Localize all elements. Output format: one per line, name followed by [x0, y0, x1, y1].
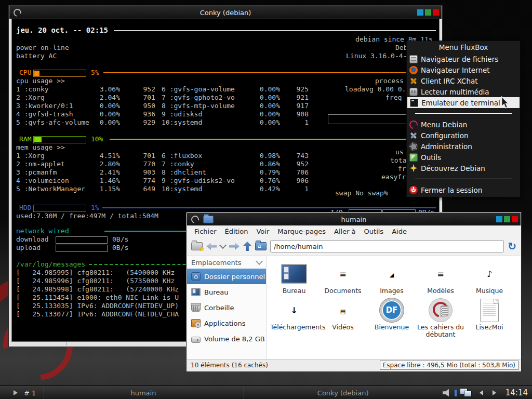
back-button[interactable]	[206, 243, 217, 250]
file-item[interactable]: Documents	[318, 260, 367, 295]
hdd-percent: 1%	[91, 204, 99, 212]
process-pid: 770	[120, 160, 155, 168]
close-button[interactable]	[433, 9, 439, 16]
process-mem-pct: 1.15%	[94, 185, 120, 193]
menubar-item[interactable]: Fichier	[190, 228, 221, 235]
media-player-icon	[409, 88, 418, 96]
sidebar-item[interactable]: Corbeille	[187, 300, 266, 315]
address-bar[interactable]	[270, 240, 504, 252]
workspace-prev-arrow-icon[interactable]	[480, 390, 483, 395]
task-button[interactable]: humain	[43, 386, 243, 399]
file-item[interactable]: DF Bienvenue	[367, 297, 416, 338]
process-name: 2 :nm-applet	[16, 160, 94, 168]
menu-item[interactable]: Navigateur Internet	[407, 64, 520, 75]
process-cpu-pct: 3.06%	[94, 85, 120, 94]
folder-documents-icon	[339, 269, 346, 279]
log-line: [ 24.985996] cfg80211: (5735000 KHz	[16, 277, 179, 285]
process-mem-pct: 2.80%	[94, 160, 120, 168]
menubar-item[interactable]: Aller à	[330, 228, 360, 235]
file-manager-icon	[409, 55, 418, 63]
cpu-bar-fill	[34, 71, 39, 76]
file-item[interactable]: Modèles	[416, 260, 465, 295]
menu-item[interactable]: Administration	[407, 141, 520, 152]
new-tab-button[interactable]: ★	[191, 242, 203, 250]
file-item[interactable]: Images	[367, 260, 416, 295]
file-item[interactable]: Vidéos	[318, 297, 367, 338]
fluxbox-menu: Menu FluxBox Navigateur de fichiers Navi…	[406, 41, 521, 197]
menu-item-label: Client IRC XChat	[421, 77, 478, 85]
process-mem-pct: 0.86%	[245, 160, 280, 168]
menubar-item[interactable]: Marque-pages	[273, 228, 330, 235]
home-button[interactable]: ⌂	[255, 242, 267, 250]
menu-item[interactable]: Navigateur de fichiers	[407, 54, 520, 64]
maximize-button[interactable]	[504, 216, 510, 222]
process-pid: 701	[120, 152, 155, 160]
menu-item[interactable]: Fermer la session	[407, 184, 520, 195]
sidebar-header[interactable]: Emplacements	[187, 256, 266, 269]
menu-item[interactable]: Découvrez Debian	[407, 163, 520, 174]
process-pid: 921	[280, 94, 309, 102]
forward-button[interactable]	[229, 243, 240, 250]
maximize-button[interactable]	[425, 9, 431, 16]
menubar-item[interactable]: Voir	[252, 228, 273, 235]
minimize-button[interactable]	[417, 9, 423, 16]
process-name: 1 :conky	[16, 85, 94, 94]
sidebar-item[interactable]: Bureau	[187, 284, 266, 300]
workspace-label[interactable]: # 1	[24, 389, 36, 397]
ram-side-easyfree: easyfr	[381, 173, 406, 181]
sidebar-item[interactable]: Volume de 8,2 GB	[187, 331, 266, 347]
process-cpu-pct: 0.00%	[245, 102, 280, 110]
file-item[interactable]: Les cahiers du débutant	[416, 297, 465, 338]
cpu-label: CPU	[19, 69, 31, 77]
history-chevron-icon[interactable]	[219, 242, 227, 249]
file-item[interactable]: Musique	[465, 260, 514, 295]
menubar-item[interactable]: Aide	[388, 228, 411, 235]
process-pid: 903	[120, 168, 155, 177]
menubar-item[interactable]: Édition	[221, 228, 252, 235]
process-pid: 925	[280, 85, 309, 94]
close-button[interactable]	[512, 216, 518, 222]
volume-icon[interactable]	[443, 389, 451, 397]
menu-item-label: Administration	[421, 142, 472, 151]
menubar-item[interactable]: Outils	[360, 228, 388, 235]
sidebar-item-label: Dossier personnel	[204, 273, 265, 281]
folder-videos-icon	[340, 305, 345, 315]
menu-item[interactable]: Configuration	[407, 130, 520, 141]
refresh-button[interactable]: ↻	[508, 241, 516, 251]
sidebar-item[interactable]: Dossier personnel	[187, 269, 266, 284]
menu-item[interactable]: Menu Debian	[407, 119, 520, 130]
file-item[interactable]: Bureau	[270, 260, 318, 295]
log-lines: [ 24.985995] cfg80211: (5490000 KHz[ 24.…	[16, 269, 179, 318]
menu-item[interactable]: Lecteur multimédia	[407, 86, 520, 97]
file-label: Documents	[324, 287, 361, 295]
system-tray: 14:14	[443, 388, 528, 397]
sidebar-item-label: Volume de 8,2 GB	[204, 335, 265, 343]
process-name: 9 :udisksd	[162, 110, 245, 118]
process-name: 8 :gvfs-mtp-volume	[162, 102, 245, 110]
minimize-button[interactable]	[496, 216, 502, 222]
df-logo-icon: DF	[380, 298, 404, 322]
ram-side-total: tota	[390, 156, 406, 165]
menu-item[interactable]: Outils	[407, 152, 520, 163]
menu-item[interactable]: Client IRC XChat	[407, 75, 520, 86]
file-label: Bureau	[283, 287, 306, 295]
chevron-down-icon	[256, 258, 263, 265]
workspace-next-icon[interactable]	[14, 390, 18, 395]
resize-grip-left[interactable]	[66, 342, 66, 345]
network-icon[interactable]	[460, 388, 473, 397]
file-item[interactable]: Téléchargements	[270, 297, 318, 338]
file-item[interactable]: LisezMoi	[465, 297, 514, 338]
process-pid: 743	[280, 152, 309, 160]
sidebar-item[interactable]: Applications	[187, 315, 266, 331]
swap-label: swap No swap%	[335, 189, 388, 197]
up-button[interactable]	[243, 242, 251, 251]
conky-power: power on-line	[16, 44, 69, 52]
conky-window-title: Conky (debian)	[9, 9, 442, 17]
conky-titlebar[interactable]: Conky (debian)	[9, 6, 442, 19]
clock: 14:14	[506, 388, 528, 397]
conky-date: jeu. 20 oct. -- 02:15	[16, 26, 108, 34]
process-mem-pct: 0.98%	[245, 152, 280, 160]
fm-titlebar[interactable]: humain	[187, 213, 521, 225]
task-button[interactable]: Conky (debian)	[243, 386, 443, 399]
workspace-next-arrow-icon[interactable]	[493, 390, 496, 395]
